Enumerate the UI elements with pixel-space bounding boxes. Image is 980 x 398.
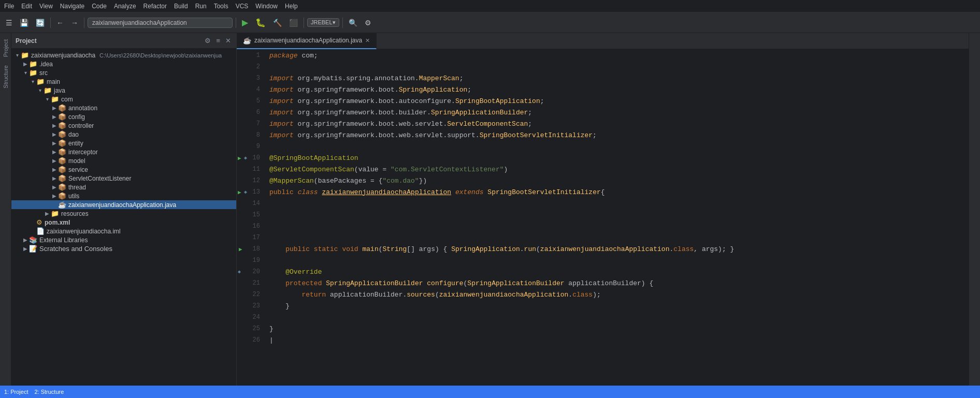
tree-src[interactable]: ▾ 📁 src [11,68,236,77]
toolbar-save-btn[interactable]: 💾 [17,17,31,28]
tree-controller[interactable]: ▶ 📦 controller [11,121,236,130]
override-gutter-icon-13: ◈ [244,189,247,195]
toolbar-hamburger-btn[interactable]: ☰ [3,17,15,28]
tree-idea[interactable]: ▶ 📁 .idea [11,60,236,68]
tree-main[interactable]: ▾ 📁 main [11,77,236,86]
toolbar-path-input[interactable] [88,18,233,28]
menu-edit[interactable]: Edit [21,3,32,10]
service-arrow: ▶ [51,167,58,172]
tree-root[interactable]: ▾ 📁 zaixianwenjuandiaocha C:\Users\22680… [11,51,236,60]
code-line-26: | [269,334,964,346]
code-line-19 [269,255,964,266]
toolbar-sync-btn[interactable]: 🔄 [33,17,47,28]
java-folder-icon: 📁 [44,86,52,94]
status-project[interactable]: 1: Project [4,389,28,395]
tab-main-class[interactable]: ☕ zaixianwenjuandiaochaApplication.java … [237,33,377,49]
tree-interceptor[interactable]: ▶ 📦 interceptor [11,148,236,156]
tree-config[interactable]: ▶ 📦 config [11,112,236,121]
resources-arrow: ▶ [44,211,51,216]
interceptor-pkg-icon: 📦 [58,148,66,156]
menu-build[interactable]: Build [174,3,188,10]
utils-arrow: ▶ [51,193,58,199]
menu-tools[interactable]: Tools [214,3,228,10]
gutter-13: 13 ▶ ◈ [237,186,265,198]
code-line-24 [269,312,964,323]
tree-utils[interactable]: ▶ 📦 utils [11,191,236,200]
interceptor-label: interceptor [68,149,98,156]
idea-arrow: ▶ [22,61,29,67]
menu-help[interactable]: Help [285,3,298,10]
toolbar-debug-btn[interactable]: 🐛 [253,16,268,29]
code-line-15 [269,209,964,220]
menu-analyze[interactable]: Analyze [114,3,136,10]
tree-area[interactable]: ▾ 📁 zaixianwenjuandiaocha C:\Users\22680… [11,49,236,386]
tree-service[interactable]: ▶ 📦 service [11,165,236,174]
menu-file[interactable]: File [4,3,14,10]
menu-vcs[interactable]: VCS [236,3,249,10]
toolbar-run-btn[interactable]: ▶ [239,16,251,29]
code-line-9 [269,141,964,152]
servlet-pkg-icon: 📦 [58,174,66,182]
tree-scratches[interactable]: ▶ 📝 Scratches and Consoles [11,244,236,253]
menu-code[interactable]: Code [92,3,107,10]
jrebel-badge[interactable]: JREBEL▾ [307,18,339,27]
tree-ext-libs[interactable]: ▶ 📚 External Libraries [11,235,236,244]
toolbar-sep-2 [84,18,84,28]
toolbar-settings-btn[interactable]: ⚙ [362,17,374,28]
override-gutter-icon-20: ◈ [238,269,241,275]
toolbar-back-btn[interactable]: ← [54,17,66,28]
panel-settings-btn[interactable]: ⚙ [204,36,212,46]
entity-pkg-icon: 📦 [58,139,66,147]
gutter-20: 20 ◈ [237,266,265,277]
tree-resources[interactable]: ▶ 📁 resources [11,209,236,218]
run-gutter-icon-13: ▶ [238,189,241,196]
ext-icon: 📚 [29,236,37,244]
tree-com[interactable]: ▾ 📁 com [11,95,236,104]
toolbar-build-btn[interactable]: 🔨 [270,17,284,28]
panel-close-btn[interactable]: ✕ [224,36,232,46]
dao-arrow: ▶ [51,131,58,137]
code-line-7: import org.springframework.boot.web.serv… [269,118,964,129]
main-class-label: zaixianwenjuandiaochaApplication.java [68,201,176,209]
gutter-9: 9 [237,141,265,152]
tree-entity[interactable]: ▶ 📦 entity [11,139,236,148]
config-label: config [68,113,85,121]
tree-annotation[interactable]: ▶ 📦 annotation [11,104,236,112]
tree-model[interactable]: ▶ 📦 model [11,156,236,165]
tree-servletcontextlistener[interactable]: ▶ 📦 ServletContextListener [11,174,236,183]
root-folder-icon: 📁 [21,51,29,59]
gutter-26: 26 [237,334,265,346]
controller-arrow: ▶ [51,123,58,128]
tree-java[interactable]: ▾ 📁 java [11,86,236,95]
tree-pom[interactable]: ▶ ⚙ pom.xml [11,218,236,227]
tree-iml[interactable]: ▶ 📄 zaixianwenjuandiaocha.iml [11,227,236,235]
tree-thread[interactable]: ▶ 📦 thread [11,183,236,191]
menu-navigate[interactable]: Navigate [60,3,84,10]
menu-refactor[interactable]: Refactor [143,3,167,10]
iml-icon: 📄 [36,227,45,235]
toolbar-search-btn[interactable]: 🔍 [346,17,360,28]
tree-main-class[interactable]: ▶ ☕ zaixianwenjuandiaochaApplication.jav… [11,200,236,209]
menu-window[interactable]: Window [255,3,278,10]
menu-run[interactable]: Run [195,3,207,10]
panel-expand-btn[interactable]: ≡ [215,36,221,46]
tab-close-btn[interactable]: ✕ [365,37,370,44]
code-line-16 [269,220,964,232]
right-panel [969,33,980,386]
code-line-6: import org.springframework.boot.builder.… [269,107,964,118]
menu-view[interactable]: View [39,3,53,10]
project-side-label[interactable]: Project [3,37,9,59]
gutter: 1 2 3 4 5 6 7 8 9 10 ▶ ◈ 11 12 13 ▶ [237,50,265,386]
gutter-22: 22 [237,289,265,300]
code-line-18: public static void main(String[] args) {… [269,243,964,255]
gutter-16: 16 [237,220,265,232]
tree-dao[interactable]: ▶ 📦 dao [11,130,236,139]
thread-label: thread [68,184,86,191]
toolbar-forward-btn[interactable]: → [68,17,81,28]
run-gutter-icon: ▶ [238,155,241,161]
gutter-18: 18 ▶ [237,243,265,255]
structure-side-label[interactable]: Structure [3,63,9,91]
code-content[interactable]: package com; import org.mybatis.spring.a… [265,50,969,386]
status-structure[interactable]: 2: Structure [34,389,64,395]
toolbar-stop-btn[interactable]: ⬛ [286,17,300,28]
